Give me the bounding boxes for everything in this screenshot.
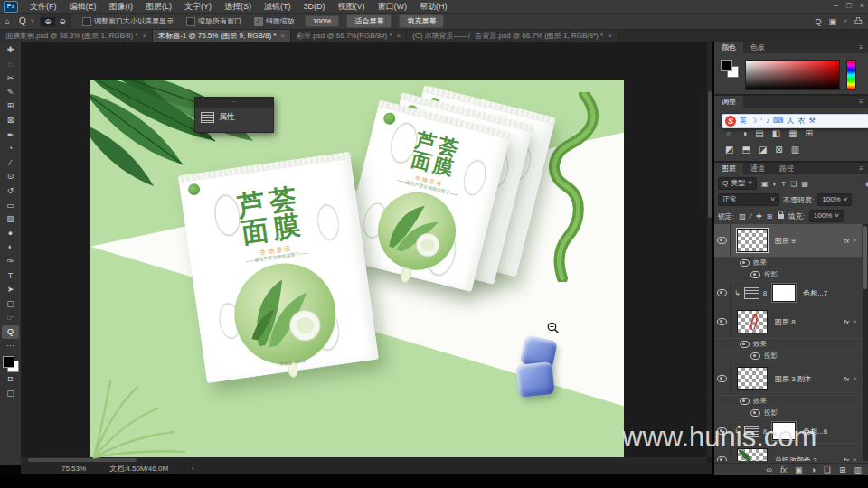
color-balance-icon[interactable]: ◩ [725,145,733,155]
ime-language-icon[interactable]: 英 [740,116,747,127]
link-layers-icon[interactable]: ∞ [766,465,771,474]
workspace-switcher-icon[interactable]: ▣ [828,17,836,26]
tab-color[interactable]: 颜色 [714,42,743,53]
tab-channels[interactable]: 通道 [743,163,772,174]
curves-icon[interactable]: ▤ [755,128,763,138]
eraser-tool[interactable]: ▭ [2,199,19,213]
panel-menu-icon[interactable]: ≡ [854,96,868,108]
vibrance-icon[interactable]: ▦ [788,128,797,138]
fx-badge[interactable]: fx [844,456,849,462]
marquee-tool[interactable]: ◌ [2,58,19,72]
menu-window[interactable]: 窗口(W) [372,0,414,13]
layer-name[interactable]: 色相...7 [803,288,827,298]
fill-dropdown[interactable]: 100% ˅ [809,210,844,222]
zoom-level-field[interactable]: 75.53% [61,463,86,474]
type-tool[interactable]: T [2,269,19,284]
layer-row-selected[interactable]: 图层 9 fx^ [714,224,862,258]
minimize-button[interactable]: – [834,0,838,12]
effects-row[interactable]: 效果 [714,396,862,408]
filter-adjustment-layers-icon[interactable]: ◐ [772,180,777,188]
layer-thumbnail[interactable] [737,310,768,333]
vertical-scrollbar[interactable] [707,42,712,457]
drop-shadow-row[interactable]: 投影 [714,351,862,362]
share-icon[interactable]: 凸 [854,15,863,27]
healing-brush-tool[interactable]: ◔ [2,142,19,156]
exposure-icon[interactable]: ◧ [772,128,780,138]
layer-row[interactable]: 图层 8 fx^ [714,305,862,339]
crop-tool[interactable]: ⊞ [2,99,19,114]
adjustment-layer-icon[interactable] [744,287,760,299]
ime-person-icon[interactable]: 人 [788,116,795,127]
checkbox-box[interactable] [186,17,195,26]
panel-menu-icon[interactable]: ≡ [854,163,868,174]
path-selection-tool[interactable]: ➤ [2,283,19,297]
zoom-100-button[interactable]: 100% [305,15,339,27]
resize-windows-checkbox[interactable]: 调整窗口大小以满屏显示 [82,16,174,26]
tab-untitled-1-active[interactable]: 未标题-1 @ 75.5% (图层 9, RGB/8) * × [153,30,291,42]
properties-tab-label[interactable]: 属性 [219,111,235,123]
filter-shape-layers-icon[interactable]: ❏ [790,180,797,188]
adjustment-layer-row[interactable]: ↳ 8 色相...7 [714,281,862,305]
clone-stamp-tool[interactable]: ⊙ [2,170,19,184]
zoom-all-windows-checkbox[interactable]: 缩放所有窗口 [186,16,241,26]
input-method-toolbar[interactable]: S 英 ☽ ’ ♪ ⌨ 人 衣 ⚒ [722,114,868,128]
lasso-tool[interactable]: ✂ [2,71,19,86]
saturation-brightness-field[interactable] [745,60,840,90]
tab-close-icon[interactable]: × [397,30,401,42]
close-button[interactable]: × [860,0,864,12]
visibility-eye-icon[interactable] [750,271,760,278]
menu-help[interactable]: 帮助(H) [413,0,454,13]
effects-row[interactable]: 效果 [714,339,862,351]
scrubby-zoom-checkbox[interactable]: ✓ 细微缩放 [254,16,295,26]
properties-floating-panel[interactable]: ∙∙ 属性 [194,97,274,133]
menu-type[interactable]: 文字(Y) [178,0,218,13]
tab-close-icon[interactable]: × [280,30,285,42]
menu-edit[interactable]: 编辑(E) [63,0,103,13]
visibility-eye-icon[interactable] [717,237,727,244]
menu-select[interactable]: 选择(S) [218,0,258,13]
new-layer-icon[interactable]: ⊞ [839,465,846,474]
menu-file[interactable]: 文件(F) [24,0,63,13]
visibility-eye-icon[interactable] [750,352,760,360]
visibility-eye-icon[interactable] [740,341,750,348]
visibility-eye-icon[interactable] [750,409,760,417]
move-tool[interactable]: ✚ [2,43,19,58]
lock-artboard-icon[interactable]: ⊞ [767,212,773,221]
foreground-color-swatch[interactable] [3,356,14,368]
levels-icon[interactable]: ◑ [741,128,747,138]
visibility-eye-icon[interactable] [740,259,750,267]
zoom-out-button[interactable]: ⊖ [55,17,70,26]
tab-caidai[interactable]: 彩带.psd @ 66.7%(RGB/8#) * × [291,30,407,42]
zoom-tool-selected[interactable]: Q [2,325,19,340]
artboard[interactable]: 芦荟 面膜 芦荟 面膜 [90,80,624,459]
lock-all-icon[interactable] [778,214,784,219]
quick-selection-tool[interactable]: ✎ [2,86,19,100]
menu-filter[interactable]: 滤镜(T) [258,0,297,13]
edit-toolbar-icon[interactable]: ··· [2,339,19,353]
canvas-area[interactable]: 芦荟 面膜 芦荟 面膜 [21,42,712,463]
layer-name[interactable]: 图层 3 副本 [775,374,812,384]
layer-name[interactable]: 图层 9 [775,236,796,246]
status-options-arrow[interactable]: › [192,463,194,474]
hue-saturation-icon[interactable]: ⊞ [806,128,813,138]
layer-name[interactable]: 图层 8 [775,317,796,327]
fx-badge[interactable]: fx [844,318,849,326]
ime-punctuation-icon[interactable]: ’ [760,116,762,127]
ime-toolbox-icon[interactable]: ⚒ [809,116,816,127]
tab-bingkuai-beijing[interactable]: (C) 冰块背景——广告背景.psd @ 66.7% (图层 1, RGB/8*… [407,30,618,42]
tab-mianmo-anli[interactable]: 面膜案例.psd @ 38.3% (图层 1, RGB/8) * × [0,30,153,42]
checkbox-box-checked[interactable]: ✓ [254,17,263,26]
lock-transparent-icon[interactable]: ▨ [739,212,746,221]
ime-keyboard-icon[interactable]: ⌨ [773,116,784,127]
tab-adjustments[interactable]: 调整 [714,96,743,108]
visibility-eye-icon[interactable] [717,456,727,461]
shape-tool[interactable]: ▢ [2,297,19,312]
layer-style-icon[interactable]: fx [780,465,787,474]
lock-position-icon[interactable]: ✚ [756,212,762,221]
photoshop-logo-icon[interactable]: Ps [4,1,18,13]
frame-tool[interactable]: ⊠ [2,114,19,128]
screen-mode-button[interactable]: ▢ [2,387,19,401]
layers-scrollbar-thumb[interactable] [863,226,867,289]
filter-type-layers-icon[interactable]: T [781,180,786,188]
home-icon[interactable]: ⌂ [0,16,14,26]
